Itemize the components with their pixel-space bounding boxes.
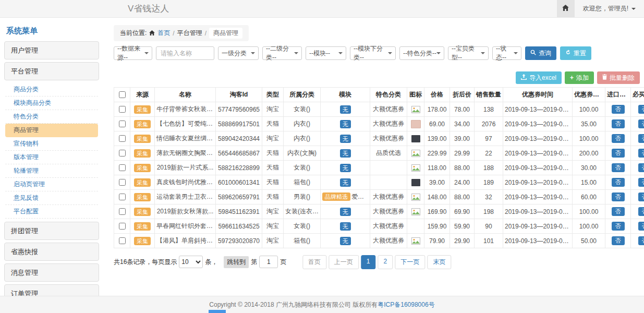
import-select-toggle[interactable]: 否 (612, 207, 625, 216)
feature-category: 大额优惠券 (370, 234, 407, 248)
breadcrumb-section: 平台管理 (177, 29, 202, 38)
import-select-toggle[interactable]: 否 (612, 149, 625, 158)
row-checkbox[interactable] (119, 194, 126, 200)
sidebar-item[interactable]: 特色分类 (5, 110, 98, 124)
column-header: 销售数量 (475, 88, 503, 102)
product-image-icon (411, 106, 420, 113)
breadcrumb-home-link[interactable]: 首页 (157, 29, 170, 38)
page-button[interactable]: 2 (378, 255, 393, 269)
home-button[interactable] (557, 0, 575, 17)
column-header: 价格 (424, 88, 450, 102)
row-checkbox[interactable] (119, 106, 126, 113)
row-checkbox[interactable] (119, 223, 126, 230)
import-excel-button[interactable]: 导入excel (516, 71, 562, 84)
product-category: 女装() (284, 219, 321, 234)
must-buy-toggle[interactable]: 否 (638, 163, 644, 172)
sidebar-item[interactable]: 意见反馈 (5, 191, 98, 205)
select-all-checkbox[interactable] (119, 91, 126, 98)
filter-select[interactable]: 一级分类 (218, 46, 259, 60)
must-buy-toggle[interactable]: 否 (638, 236, 644, 245)
per-page-select[interactable]: 10 (179, 256, 203, 268)
name-search-input[interactable] (156, 46, 214, 60)
filter-select[interactable]: --数据来源-- (114, 46, 152, 60)
row-checkbox[interactable] (119, 135, 126, 142)
row-checkbox[interactable] (119, 237, 126, 244)
filter-select[interactable]: --特色分类-- (399, 46, 444, 60)
filter-select[interactable]: --状态-- (492, 46, 521, 60)
must-buy-toggle[interactable]: 否 (638, 134, 644, 143)
product-name: 2019新款女秋薄款... (155, 204, 216, 219)
page-button[interactable]: 首页 (302, 255, 326, 269)
filter-select-label: 一级分类 (222, 49, 247, 58)
reset-button[interactable]: 重置 (560, 46, 591, 60)
discount-price: 29.99 (450, 146, 475, 161)
source-badge: 采集 (134, 149, 151, 158)
import-select-toggle[interactable]: 否 (612, 105, 625, 114)
product-category: 女装(连衣裙) (284, 204, 321, 219)
row-checkbox[interactable] (119, 121, 126, 127)
module-badge: 无 (340, 208, 351, 216)
taoke-id: 588869917501 (216, 117, 262, 131)
page-button[interactable]: 下一页 (395, 255, 425, 269)
feature-category: 大额优惠券 (370, 204, 407, 219)
sidebar-section[interactable]: 消息管理 (4, 263, 99, 282)
page-button[interactable]: 上一页 (329, 255, 359, 269)
filter-select[interactable]: --模块-- (306, 46, 346, 60)
filter-select[interactable]: --宝贝类型-- (448, 46, 489, 60)
products-table: 来源名称淘客Id类型所属分类模块特色分类图标价格折后价销售数量优惠券时间优惠券金… (114, 87, 644, 248)
coupon-time: 2019-09-13—2019-09-19 (503, 161, 573, 175)
must-buy-toggle[interactable]: 否 (638, 222, 644, 231)
sales-count: 138 (475, 102, 503, 117)
sidebar-section[interactable]: 用户管理 (4, 41, 99, 59)
must-buy-toggle[interactable]: 否 (638, 119, 644, 128)
sidebar-item[interactable]: 启动页管理 (5, 178, 98, 191)
page-button[interactable]: 1 (361, 255, 376, 269)
page-button[interactable]: 末页 (427, 255, 451, 269)
import-select-toggle[interactable]: 否 (612, 222, 625, 231)
sidebar-item[interactable]: 模块商品分类 (5, 97, 98, 110)
sidebar-section[interactable]: 省惠快报 (4, 243, 99, 261)
row-checkbox[interactable] (119, 150, 126, 156)
import-select-toggle[interactable]: 否 (612, 192, 625, 201)
sidebar-item[interactable]: 商品分类 (5, 83, 98, 97)
filter-select[interactable]: --模块下分类-- (350, 46, 396, 60)
import-select-toggle[interactable]: 否 (612, 134, 625, 143)
sidebar-item[interactable]: 平台配置 (5, 205, 98, 219)
product-image-icon (411, 208, 420, 215)
must-buy-toggle[interactable]: 否 (638, 178, 644, 187)
must-buy-toggle[interactable]: 否 (638, 149, 644, 158)
sidebar-section[interactable]: 拼团管理 (4, 222, 99, 240)
row-checkbox[interactable] (119, 164, 126, 171)
search-button[interactable]: 查询 (525, 46, 556, 60)
page-number-input[interactable] (259, 256, 278, 268)
bulk-delete-button[interactable]: 批量删除 (597, 71, 640, 84)
price: 139.00 (424, 131, 450, 146)
import-select-toggle[interactable]: 否 (612, 119, 625, 128)
jump-to-button[interactable]: 跳转到 (224, 256, 249, 268)
product-name: 早春网红针织外套女春... (155, 219, 216, 234)
user-menu[interactable]: 欢迎您，管理员! (575, 4, 644, 13)
filter-select[interactable]: --二级分类-- (262, 46, 302, 60)
must-buy-toggle[interactable]: 否 (638, 192, 644, 201)
row-checkbox[interactable] (119, 179, 126, 186)
sidebar-item[interactable]: 宣传物料 (5, 137, 98, 151)
product-category: 男装() (284, 190, 321, 204)
must-buy-toggle[interactable]: 否 (638, 105, 644, 114)
chevron-down-icon (514, 52, 518, 54)
icp-link[interactable]: 粤ICP备16098006号 (378, 301, 434, 308)
must-buy-toggle[interactable]: 否 (638, 207, 644, 216)
add-button[interactable]: + 添加 (565, 71, 594, 84)
row-checkbox[interactable] (119, 208, 126, 215)
import-select-toggle[interactable]: 否 (612, 163, 625, 172)
sidebar-section[interactable]: 平台管理 (4, 62, 99, 80)
coupon-time: 2019-09-13—2019-09-18 (503, 234, 573, 248)
import-select-toggle[interactable]: 否 (612, 236, 625, 245)
import-select-toggle[interactable]: 否 (612, 178, 625, 187)
home-icon (562, 5, 569, 13)
app-title: V省钱达人 (128, 3, 169, 15)
coupon-time: 2019-09-13—2019-09-17 (503, 146, 573, 161)
records-summary: 共16条记录，每页显示 (114, 258, 177, 267)
sidebar-item[interactable]: 版本管理 (5, 151, 98, 164)
sidebar-item[interactable]: 轮播管理 (5, 164, 98, 178)
sidebar-item[interactable]: 商品管理 (5, 124, 98, 137)
